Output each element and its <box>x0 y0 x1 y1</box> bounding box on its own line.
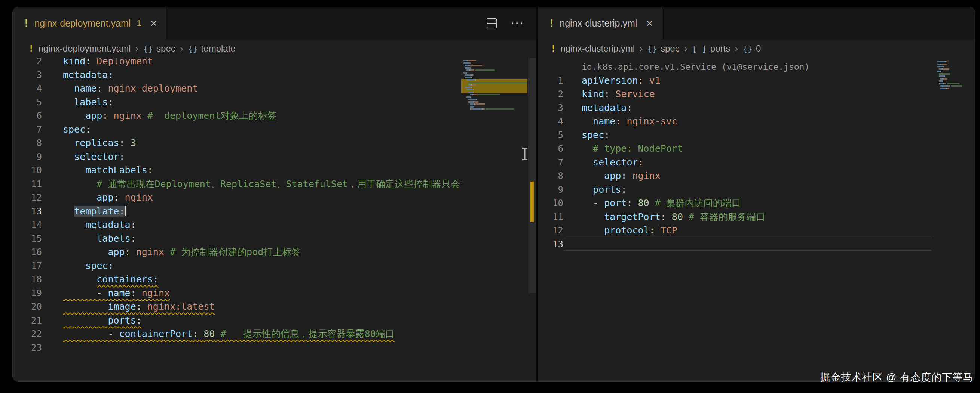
line-number[interactable]: 10 <box>13 164 42 177</box>
line-number[interactable]: 2 <box>13 58 42 68</box>
breadcrumb-file[interactable]: nginx-deployment.yaml <box>38 43 130 54</box>
code-line[interactable]: 22 - containerPort: 80 # 提示性的信息，提示容器暴露80… <box>13 327 536 341</box>
code-line[interactable]: 11 targetPort: 80 # 容器的服务端口 <box>538 210 975 224</box>
line-number[interactable]: 17 <box>13 259 42 273</box>
line-number[interactable]: 3 <box>538 101 563 115</box>
editor-left[interactable]: 2kind: Deployment3metadata:4 name: nginx… <box>13 58 536 382</box>
code-line[interactable]: 2kind: Deployment <box>13 58 536 68</box>
code-line[interactable]: 4 name: nginx-deployment <box>13 82 536 96</box>
minimap-line-mark <box>942 80 943 82</box>
breadcrumb-segment-ports[interactable]: ports <box>710 43 730 54</box>
minimap[interactable] <box>935 58 966 382</box>
tab-nginx-deployment[interactable]: ! nginx-deployment.yaml 1 × <box>13 7 167 39</box>
code-line[interactable]: 7 selector: <box>538 156 975 170</box>
line-number[interactable]: 18 <box>13 273 42 287</box>
line-number[interactable]: 19 <box>13 287 42 300</box>
code-line[interactable]: 2kind: Service <box>538 87 975 101</box>
code-line[interactable]: 14 metadata: <box>13 218 536 232</box>
line-number[interactable]: 11 <box>13 177 42 191</box>
code-line[interactable]: 7spec: <box>13 123 536 137</box>
tab-nginx-clusterip[interactable]: ! nginx-clusterip.yml × <box>538 7 662 39</box>
code-line[interactable]: 9 selector: <box>13 150 536 164</box>
code-line[interactable]: 9 ports: <box>538 183 975 197</box>
more-actions-icon[interactable]: ⋯ <box>510 16 523 30</box>
scrollbar-slider[interactable] <box>528 58 536 293</box>
editor-right[interactable]: io.k8s.api.core.v1.Service (v1@service.j… <box>538 58 975 382</box>
line-number[interactable]: 2 <box>538 87 563 101</box>
line-number[interactable]: 11 <box>538 210 563 224</box>
code-line[interactable]: 11 # 通常出现在Deployment、ReplicaSet、Stateful… <box>13 177 536 191</box>
yaml-file-icon: ! <box>548 17 554 29</box>
code-line[interactable]: 6 app: nginx # deployment对象上的标签 <box>13 109 536 123</box>
line-number[interactable]: 6 <box>13 109 42 123</box>
code-line[interactable]: 12 protocol: TCP <box>538 224 975 238</box>
code-line[interactable]: 5spec: <box>538 128 975 142</box>
breadcrumb-segment-spec[interactable]: spec <box>156 43 175 54</box>
code-line[interactable]: 19 - name: nginx <box>13 287 536 300</box>
line-number[interactable]: 5 <box>13 96 42 109</box>
breadcrumb-file[interactable]: nginx-clusterip.yml <box>560 43 635 54</box>
code-line[interactable]: 3metadata: <box>538 101 975 115</box>
breadcrumb-segment-0[interactable]: 0 <box>756 43 761 54</box>
code-token: : <box>136 315 142 326</box>
line-number[interactable]: 10 <box>538 196 563 210</box>
line-number[interactable]: 7 <box>538 156 563 170</box>
line-number[interactable]: 7 <box>13 123 42 137</box>
minimap-line-mark <box>465 87 471 88</box>
line-number[interactable]: 13 <box>13 205 42 219</box>
code-line[interactable]: 12 app: nginx <box>13 191 536 205</box>
code-line[interactable]: 17 spec: <box>13 259 536 273</box>
line-number[interactable]: 6 <box>538 142 563 156</box>
code-line[interactable]: 1apiVersion: v1 <box>538 74 975 88</box>
code-line[interactable]: 13 template: <box>13 205 536 219</box>
code-line[interactable]: 3metadata: <box>13 68 536 82</box>
scrollbar[interactable] <box>527 58 536 382</box>
code-line[interactable]: 10 - port: 80 # 集群内访问的端口 <box>538 196 975 210</box>
breadcrumb-segment-template[interactable]: template <box>201 43 235 54</box>
code-token: name <box>108 288 130 298</box>
line-number[interactable]: 9 <box>13 150 42 164</box>
code-line[interactable]: 8 replicas: 3 <box>13 136 536 150</box>
code-token: spec <box>63 124 85 135</box>
close-tab-icon[interactable]: × <box>150 17 158 29</box>
code-line[interactable]: 4 name: nginx-svc <box>538 115 975 128</box>
code-line[interactable]: 5 labels: <box>13 96 536 109</box>
line-number[interactable]: 12 <box>13 191 42 205</box>
code-token: matchLabels <box>85 165 147 176</box>
code-token: : <box>130 288 142 298</box>
line-number[interactable]: 8 <box>13 136 42 150</box>
line-number[interactable]: 9 <box>538 183 563 197</box>
line-number[interactable]: 14 <box>13 218 42 232</box>
line-number[interactable]: 5 <box>538 128 563 142</box>
close-tab-icon[interactable]: × <box>646 17 653 29</box>
line-number[interactable]: 23 <box>13 341 42 355</box>
line-number[interactable]: 13 <box>538 238 563 251</box>
line-number[interactable]: 3 <box>13 68 42 82</box>
line-number[interactable]: 22 <box>13 327 42 341</box>
line-number[interactable]: 12 <box>538 224 563 238</box>
code-line[interactable]: 21 ports: <box>13 314 536 328</box>
code-line[interactable]: 6 # type: NodePort <box>538 142 975 156</box>
line-number[interactable]: 16 <box>13 246 42 259</box>
line-number[interactable]: 15 <box>13 232 42 246</box>
code-line[interactable]: 8 app: nginx <box>538 169 975 183</box>
minimap[interactable] <box>461 58 527 382</box>
code-line[interactable]: 10 matchLabels: <box>13 164 536 177</box>
line-number[interactable]: 21 <box>13 314 42 328</box>
line-number[interactable]: 1 <box>538 74 563 88</box>
code-line[interactable]: 13 <box>538 238 975 251</box>
breadcrumb-segment-spec[interactable]: spec <box>660 43 679 54</box>
line-number[interactable]: 8 <box>538 169 563 183</box>
minimap-line-mark <box>476 103 485 105</box>
line-number[interactable]: 20 <box>13 300 42 314</box>
code-line[interactable]: 23 <box>13 341 536 355</box>
split-editor-icon[interactable] <box>487 18 497 29</box>
code-line[interactable]: 15 labels: <box>13 232 536 246</box>
code-token <box>63 301 108 312</box>
code-line[interactable]: 20 image: nginx:latest <box>13 300 536 314</box>
line-number[interactable]: 4 <box>13 82 42 96</box>
minimap-line-mark <box>473 92 474 93</box>
code-line[interactable]: 18 containers: <box>13 273 536 287</box>
code-line[interactable]: 16 app: nginx # 为控制器创建的pod打上标签 <box>13 246 536 259</box>
line-number[interactable]: 4 <box>538 115 563 128</box>
